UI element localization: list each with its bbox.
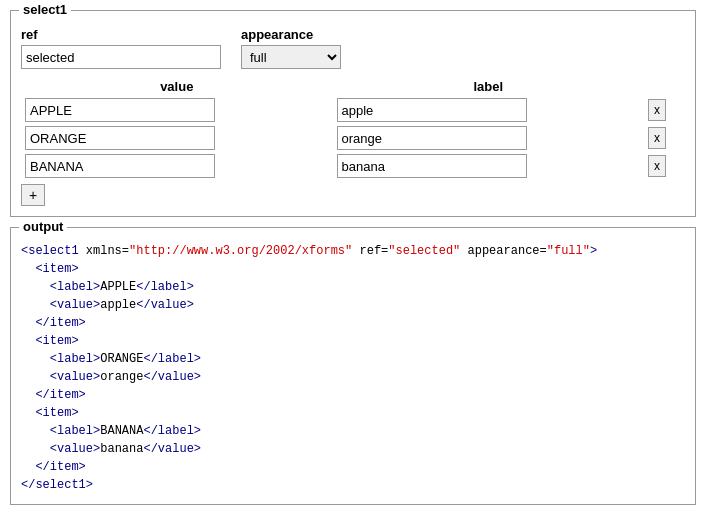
appearance-group: appearance full compact minimal [241,27,341,69]
code-line: <select1 xmlns="http://www.w3.org/2002/x… [21,244,597,258]
item-label-input[interactable] [337,154,527,178]
output-code: <select1 xmlns="http://www.w3.org/2002/x… [21,242,685,494]
code-line: </item> [21,460,86,474]
code-line: </item> [21,316,86,330]
table-row: x [21,96,685,124]
ref-input[interactable] [21,45,221,69]
item-value-input[interactable] [25,98,215,122]
code-line: <label>APPLE</label> [21,280,194,294]
label-col-header: label [333,77,645,96]
code-line: <label>BANANA</label> [21,424,201,438]
table-row: x [21,124,685,152]
code-line: <value>orange</value> [21,370,201,384]
add-item-button[interactable]: + [21,184,45,206]
output-legend: output [19,219,67,234]
items-table: value label x x x [21,77,685,180]
appearance-label: appearance [241,27,341,42]
output-section: output <select1 xmlns="http://www.w3.org… [10,227,696,505]
item-label-input[interactable] [337,126,527,150]
code-line: <item> [21,262,79,276]
remove-item-button[interactable]: x [648,155,666,177]
code-line: </select1> [21,478,93,492]
value-col-header: value [21,77,333,96]
ref-group: ref [21,27,221,69]
code-line: <item> [21,406,79,420]
item-value-input[interactable] [25,154,215,178]
remove-item-button[interactable]: x [648,127,666,149]
item-value-input[interactable] [25,126,215,150]
code-line: <value>banana</value> [21,442,201,456]
select1-legend: select1 [19,2,71,17]
code-line: <label>ORANGE</label> [21,352,201,366]
appearance-select[interactable]: full compact minimal [241,45,341,69]
ref-appearance-row: ref appearance full compact minimal [21,27,685,69]
code-line: <item> [21,334,79,348]
select1-section: select1 ref appearance full compact mini… [10,10,696,217]
remove-item-button[interactable]: x [648,99,666,121]
item-label-input[interactable] [337,98,527,122]
ref-label: ref [21,27,221,42]
code-line: </item> [21,388,86,402]
table-row: x [21,152,685,180]
code-line: <value>apple</value> [21,298,194,312]
